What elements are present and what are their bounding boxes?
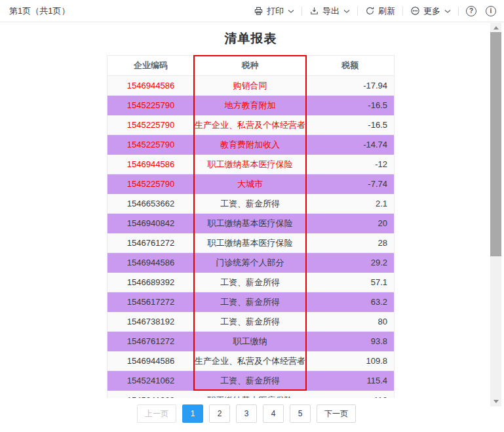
column-header-amount: 税额: [306, 56, 394, 76]
cell-tax-type: 生产企业、私营及个体经营者: [194, 351, 306, 371]
vertical-scrollbar[interactable]: [490, 23, 501, 406]
print-button[interactable]: 打印: [254, 5, 294, 17]
column-header-tax-type: 税种: [194, 56, 306, 76]
cell-code: 1546653662: [107, 194, 194, 214]
cell-tax-type: 工资、薪金所得: [194, 273, 306, 292]
cell-amount: 93.8: [306, 332, 394, 351]
cell-code: 1545225790: [107, 96, 194, 115]
cell-code: 1545225790: [107, 135, 194, 155]
cell-amount: -17.94: [306, 76, 394, 96]
export-label: 导出: [322, 5, 339, 17]
cell-amount: -16.5: [306, 96, 394, 115]
page-button-5[interactable]: 5: [290, 404, 311, 423]
cell-code: 1545225790: [107, 174, 194, 194]
page-numbers: 12345: [182, 404, 311, 423]
cell-amount: 80: [306, 312, 394, 332]
page-button-2[interactable]: 2: [209, 404, 230, 423]
cell-tax-type: 工资、薪金所得: [194, 371, 306, 391]
next-page-button[interactable]: 下一页: [317, 404, 356, 423]
prev-page-button[interactable]: 上一页: [137, 404, 176, 423]
cell-code: 1545241062: [107, 391, 194, 399]
cell-code: 1546761272: [107, 233, 194, 253]
refresh-label: 刷新: [378, 5, 395, 17]
cell-amount: 116: [306, 391, 394, 399]
toolbar-divider: [301, 7, 302, 16]
cell-code: 1546944586: [107, 76, 194, 96]
cell-tax-type: 地方教育附加: [194, 96, 306, 115]
table-row: 1546761272 职工缴纳基本医疗保险 28: [107, 233, 394, 253]
cell-code: 1545617272: [107, 292, 194, 312]
cell-code: 1545241062: [107, 371, 194, 391]
cell-amount: 2.1: [306, 194, 394, 214]
chevron-down-icon[interactable]: [444, 9, 451, 14]
cell-code: 1546761272: [107, 332, 194, 351]
page-info: 第1页（共1页）: [9, 5, 69, 17]
cell-amount: 63.2: [306, 292, 394, 312]
report-table: 企业编码 税种 税额 1546944586 购销合同 -17.94 154522…: [107, 55, 394, 398]
cell-code: 1546944586: [107, 253, 194, 273]
cell-tax-type: 生产企业、私营及个体经营者: [194, 115, 306, 135]
info-circle-icon[interactable]: i: [486, 6, 496, 16]
refresh-icon: [365, 6, 375, 16]
cell-amount: -16.5: [306, 115, 394, 135]
help-circle-icon[interactable]: ?: [466, 6, 476, 16]
table-row: 1546940842 职工缴纳基本医疗保险 20: [107, 214, 394, 233]
toolbar-divider: [458, 7, 459, 16]
cell-tax-type: 职工缴纳基本医疗保险: [194, 214, 306, 233]
table-viewport: 企业编码 税种 税额 1546944586 购销合同 -17.94 154522…: [107, 55, 395, 398]
table-row: 1545225790 大城市 -7.74: [107, 174, 394, 194]
table-header-row: 企业编码 税种 税额: [107, 56, 394, 76]
cell-code: 1546940842: [107, 214, 194, 233]
cell-tax-type: 工资、薪金所得: [194, 292, 306, 312]
table-row: 1546944586 职工缴纳基本医疗保险 -12: [107, 155, 394, 174]
cell-amount: 28: [306, 233, 394, 253]
cell-tax-type: 职工缴纳基本医疗保险: [194, 233, 306, 253]
report-title: 清单报表: [107, 30, 395, 47]
cell-code: 1546944586: [107, 155, 194, 174]
page-button-3[interactable]: 3: [236, 404, 257, 423]
column-header-code: 企业编码: [107, 56, 194, 76]
toolbar-divider: [357, 7, 358, 16]
export-button[interactable]: 导出: [309, 5, 350, 17]
toolbar-actions: 打印 导出: [254, 5, 496, 17]
cell-code: 1545225790: [107, 115, 194, 135]
cell-amount: -12: [306, 155, 394, 174]
table-row: 1545241062 职工缴纳基本医疗保险 116: [107, 391, 394, 399]
cell-tax-type: 购销合同: [194, 76, 306, 96]
scroll-up-arrow-icon[interactable]: [490, 23, 501, 33]
chevron-down-icon[interactable]: [343, 9, 350, 14]
table-row: 1545225790 教育费附加收入 -14.74: [107, 135, 394, 155]
cell-tax-type: 大城市: [194, 174, 306, 194]
table-row: 1545225790 生产企业、私营及个体经营者 -16.5: [107, 115, 394, 135]
page-button-1[interactable]: 1: [182, 404, 203, 423]
pagination: 上一页 12345 下一页: [0, 404, 493, 423]
printer-icon: [254, 6, 263, 16]
chevron-down-icon[interactable]: [288, 9, 294, 14]
more-button[interactable]: 更多: [410, 5, 451, 17]
toolbar-divider: [402, 7, 403, 16]
table-row: 1545241062 工资、薪金所得 115.4: [107, 371, 394, 391]
report-area: 清单报表 企业编码 税种 税额 1546944586 购销合同 -17.94 1…: [107, 30, 395, 398]
table-row: 1546944586 门诊统筹个人部分 29.2: [107, 253, 394, 273]
cell-amount: 29.2: [306, 253, 394, 273]
cell-tax-type: 教育费附加收入: [194, 135, 306, 155]
print-label: 打印: [267, 5, 284, 17]
ellipsis-circle-icon: [410, 6, 420, 16]
table-row: 1545225790 地方教育附加 -16.5: [107, 96, 394, 115]
table-row: 1545617272 工资、薪金所得 63.2: [107, 292, 394, 312]
table-row: 1546689392 工资、薪金所得 57.1: [107, 273, 394, 292]
table-row: 1546738192 工资、薪金所得 80: [107, 312, 394, 332]
table-row: 1546761272 职工缴纳 93.8: [107, 332, 394, 351]
cell-amount: -7.74: [306, 174, 394, 194]
cell-tax-type: 工资、薪金所得: [194, 194, 306, 214]
refresh-button[interactable]: 刷新: [365, 5, 395, 17]
cell-amount: 57.1: [306, 273, 394, 292]
toolbar: 第1页（共1页） 打印: [0, 0, 504, 22]
cell-amount: -14.74: [306, 135, 394, 155]
page-button-4[interactable]: 4: [263, 404, 284, 423]
download-icon: [309, 6, 319, 16]
cell-code: 1546689392: [107, 273, 194, 292]
scrollbar-thumb[interactable]: [490, 32, 501, 256]
cell-code: 1546944586: [107, 351, 194, 371]
more-label: 更多: [423, 5, 440, 17]
